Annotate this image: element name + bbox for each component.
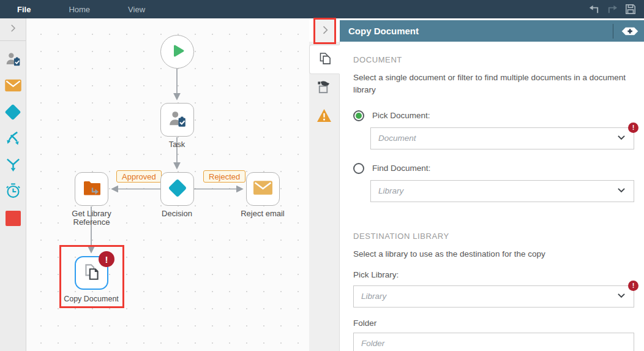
get-library-reference-node[interactable]: [75, 172, 108, 206]
tab-warnings[interactable]: [309, 102, 339, 130]
user-task-icon: [5, 51, 21, 70]
palette-placeholder-step[interactable]: [0, 205, 26, 232]
undo-icon[interactable]: [588, 3, 600, 15]
document-section-title: DOCUMENT: [353, 55, 634, 64]
start-node[interactable]: [160, 35, 194, 69]
user-task-icon: [168, 109, 187, 131]
destination-section-title: DESTINATION LIBRARY: [353, 232, 634, 241]
document-error-badge: !: [628, 123, 638, 133]
find-document-radio-row: Find Document:: [353, 163, 634, 174]
placeholder-step-icon: [6, 211, 21, 226]
top-menu-bar: File Home View: [0, 0, 644, 18]
palette-split[interactable]: [0, 126, 26, 153]
warning-icon: [316, 108, 332, 125]
find-document-label: Find Document:: [372, 164, 430, 173]
error-badge: !: [99, 251, 114, 267]
copy-document-icon: [81, 262, 102, 285]
get-library-reference-node-label: Get Library Reference: [66, 209, 118, 227]
palette-expand-button[interactable]: [0, 18, 26, 41]
menu-tab-home[interactable]: Home: [69, 5, 90, 14]
pick-document-label: Pick Document:: [372, 111, 430, 120]
menu-tab-file[interactable]: File: [17, 5, 31, 14]
step-palette: [0, 18, 26, 351]
copy-document-node-label: Copy Document: [62, 295, 121, 304]
palette-user-task[interactable]: [0, 47, 26, 74]
copy-document-node[interactable]: !: [75, 256, 108, 290]
find-document-radio[interactable]: [353, 163, 364, 174]
library-filter-dropdown[interactable]: Library: [370, 180, 634, 202]
pick-document-radio[interactable]: [353, 110, 364, 121]
decision-node-label: Decision: [146, 209, 208, 218]
destination-library-placeholder: Library: [361, 292, 386, 301]
chevron-right-icon: [319, 24, 331, 38]
palette-decision[interactable]: [0, 100, 26, 126]
timer-icon: [5, 183, 21, 202]
folder-label: Folder: [353, 319, 634, 328]
task-node-label: Task: [146, 140, 208, 149]
redo-icon[interactable]: [606, 3, 618, 15]
document-dropdown[interactable]: Document !: [370, 127, 634, 149]
chevron-down-icon: [616, 132, 626, 145]
chevron-down-icon: [616, 290, 626, 303]
destination-library-dropdown[interactable]: Library !: [353, 285, 634, 308]
rejected-line-label[interactable]: Rejected: [203, 170, 245, 183]
palette-email[interactable]: [0, 74, 26, 100]
palette-timer[interactable]: [0, 179, 26, 205]
approved-line-label[interactable]: Approved: [116, 170, 162, 183]
reject-email-node-label: Reject email: [232, 209, 293, 218]
pick-library-label: Pick Library:: [353, 270, 634, 279]
tab-drag-drop[interactable]: [309, 74, 339, 102]
config-panel: Copy Document: [309, 18, 644, 351]
panel-tabstrip: [309, 42, 340, 351]
decision-icon: [4, 103, 22, 124]
menu-tab-view[interactable]: View: [128, 5, 145, 14]
document-dropdown-placeholder: Document: [378, 134, 416, 143]
email-icon: [4, 78, 22, 95]
plus-hexagon-icon[interactable]: [621, 25, 639, 37]
copy-document-icon: [317, 51, 332, 69]
chevron-right-icon: [7, 23, 18, 36]
chevron-down-icon: [616, 185, 626, 197]
tab-copy-document[interactable]: [309, 45, 340, 74]
folder-export-icon: [82, 179, 102, 200]
email-icon: [253, 179, 273, 198]
header-divider: [613, 24, 613, 39]
panel-title: Copy Document: [348, 26, 419, 36]
palette-merge[interactable]: [0, 153, 26, 179]
pick-document-radio-row: Pick Document:: [353, 110, 634, 121]
reject-email-node[interactable]: [246, 172, 280, 206]
config-panel-header: Copy Document: [340, 20, 644, 42]
panel-collapse-button[interactable]: [313, 18, 336, 44]
destination-section-description: Select a library to use as the destinati…: [353, 248, 630, 260]
panel-content: DOCUMENT Select a single document or fil…: [340, 42, 644, 351]
merge-icon: [5, 156, 21, 175]
decision-node[interactable]: [160, 172, 194, 206]
destination-library-error-badge: !: [628, 281, 638, 291]
decision-icon: [167, 178, 188, 201]
workflow-canvas[interactable]: Approved Rejected Task Decision: [26, 18, 309, 351]
folder-input[interactable]: [353, 333, 634, 351]
document-section-description: Select a single document or filter to fi…: [353, 72, 630, 97]
save-icon[interactable]: [624, 3, 637, 15]
split-icon: [5, 130, 21, 149]
library-filter-placeholder: Library: [378, 186, 403, 195]
hand-drop-icon: [316, 80, 332, 97]
menu-tabs: File Home View: [0, 5, 145, 14]
play-icon: [169, 42, 186, 62]
task-node[interactable]: [160, 103, 194, 137]
